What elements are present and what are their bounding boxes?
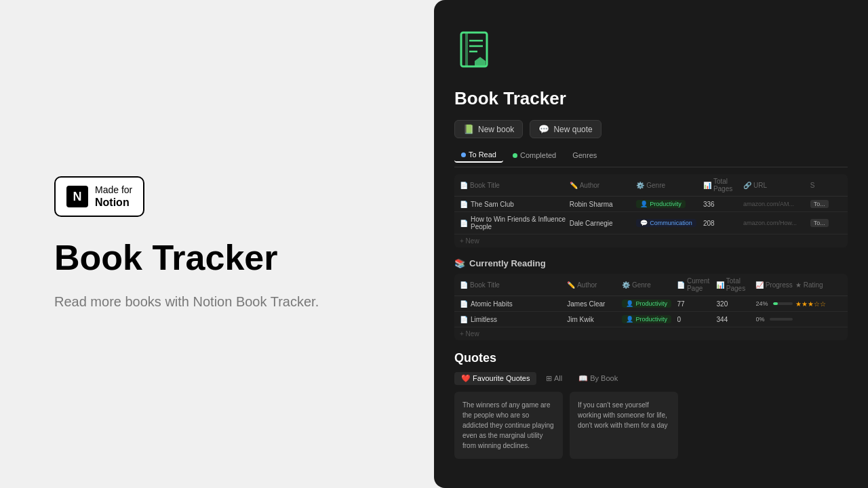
quotes-section: Quotes ❤️ Favourite Quotes ⊞ All 📖 By Bo… xyxy=(454,351,848,459)
td-url-1: amazon.com/AM... xyxy=(743,201,808,207)
table-row: 📄 How to Win Friends & Influence People … xyxy=(454,212,848,235)
table-row: 📄 Limitless Jim Kwik 👤 Productivity 0 34… xyxy=(454,312,848,327)
td-status-1: To... xyxy=(810,200,842,208)
progress-bar-fill xyxy=(773,302,778,305)
svg-rect-1 xyxy=(465,33,468,66)
table-row: 📄 The Sam Club Robin Sharma 👤 Productivi… xyxy=(454,197,848,212)
book-row-icon: 📄 xyxy=(460,201,468,208)
quotes-cards: The winners of any game are the people w… xyxy=(454,392,848,459)
cr-th-rating: ★ Rating xyxy=(795,277,842,292)
cr-td-current-2: 0 xyxy=(677,316,714,323)
left-panel: N Made for Notion Book Tracker Read more… xyxy=(0,0,434,488)
communication-tag: 💬 Communication xyxy=(636,219,696,227)
add-new-currently-reading[interactable]: + New xyxy=(454,327,848,340)
cr-td-total-2: 344 xyxy=(717,316,753,323)
cr-th-progress: 📈 Progress xyxy=(755,277,793,292)
notion-logo-icon: N xyxy=(66,186,88,207)
quotes-title: Quotes xyxy=(454,351,848,365)
currently-reading-header: 📄 Book Title ✏️ Author ⚙️ Genre 📄 Curren… xyxy=(454,274,848,296)
th-genre: ⚙️ Genre xyxy=(636,178,701,192)
tab-genres-label: Genres xyxy=(572,151,597,159)
notion-badge: N Made for Notion xyxy=(54,176,144,217)
book-row-icon-2: 📄 xyxy=(460,220,468,227)
td-genre-2: 💬 Communication xyxy=(636,219,701,227)
td-pages-2: 208 xyxy=(703,220,741,227)
td-url-2: amazon.com/How... xyxy=(743,220,808,226)
th-url: 🔗 URL xyxy=(743,178,808,192)
currently-reading-icon: 📚 xyxy=(454,258,465,268)
td-book-title-1: 📄 The Sam Club xyxy=(460,201,567,208)
action-buttons-row: 📗 New book 💬 New quote xyxy=(454,120,848,138)
new-quote-label: New quote xyxy=(553,125,592,134)
tab-all-quotes[interactable]: ⊞ All xyxy=(539,372,569,385)
tab-by-book[interactable]: 📖 By Book xyxy=(572,372,625,385)
quote-card-text-2: If you can't see yourself working with s… xyxy=(578,400,670,430)
to-read-table: 📄 Book Title ✏️ Author ⚙️ Genre 📊 Total … xyxy=(454,174,848,247)
cr-td-genre-2: 👤 Productivity xyxy=(622,315,674,323)
app-description: Read more books with Notion Book Tracker… xyxy=(54,291,380,312)
tracker-title: Book Tracker xyxy=(454,88,848,109)
notion-label: Notion xyxy=(95,196,132,209)
cr-th-total: 📊 Total Pages xyxy=(716,277,753,292)
cr-book-icon-2: 📄 xyxy=(460,316,468,323)
cr-th-genre: ⚙️ Genre xyxy=(622,277,674,292)
cr-td-rating-1: ★★★☆☆ xyxy=(795,300,842,308)
cr-td-title-2: 📄 Limitless xyxy=(460,316,564,323)
td-genre-1: 👤 Productivity xyxy=(636,200,701,208)
td-pages-1: 336 xyxy=(703,201,741,208)
th-author: ✏️ Author xyxy=(570,178,634,192)
quote-card-1: The winners of any game are the people w… xyxy=(454,392,563,459)
tab-completed[interactable]: Completed xyxy=(506,148,563,163)
table-row: 📄 Atomic Habits James Clear 👤 Productivi… xyxy=(454,296,848,312)
cr-td-progress-2: 0% xyxy=(756,316,793,323)
tab-to-read-label: To Read xyxy=(469,150,496,159)
cr-td-genre-1: 👤 Productivity xyxy=(622,300,674,308)
notion-badge-text: Made for Notion xyxy=(95,184,132,209)
cr-td-progress-1: 24% xyxy=(756,300,793,307)
cr-td-title-1: 📄 Atomic Habits xyxy=(460,300,564,308)
to-read-header: 📄 Book Title ✏️ Author ⚙️ Genre 📊 Total … xyxy=(454,174,848,197)
quote-card-2: If you can't see yourself working with s… xyxy=(570,392,678,459)
progress-bar xyxy=(773,302,793,305)
cr-th-author: ✏️ Author xyxy=(567,277,619,292)
completed-dot-icon xyxy=(513,153,517,158)
productivity-tag: 👤 Productivity xyxy=(636,200,686,208)
tab-to-read[interactable]: To Read xyxy=(454,148,503,163)
new-book-button[interactable]: 📗 New book xyxy=(454,120,523,138)
currently-reading-table: 📄 Book Title ✏️ Author ⚙️ Genre 📄 Curren… xyxy=(454,274,848,340)
td-book-title-2: 📄 How to Win Friends & Influence People xyxy=(460,216,567,230)
quotes-tabs: ❤️ Favourite Quotes ⊞ All 📖 By Book xyxy=(454,372,848,385)
new-quote-icon: 💬 xyxy=(538,124,549,134)
th-book-title: 📄 Book Title xyxy=(460,178,567,192)
made-for-label: Made for xyxy=(95,184,132,196)
td-author-1: Robin Sharma xyxy=(570,201,634,208)
cr-td-total-1: 320 xyxy=(717,300,753,308)
to-read-dot-icon xyxy=(461,152,466,157)
cr-th-current: 📄 Current Page xyxy=(677,277,713,292)
th-total-pages: 📊 Total Pages xyxy=(703,178,741,192)
cr-productivity-tag-2: 👤 Productivity xyxy=(622,315,671,323)
app-title: Book Tracker xyxy=(54,239,380,277)
tab-completed-label: Completed xyxy=(520,151,556,159)
cr-th-title: 📄 Book Title xyxy=(460,277,564,292)
cr-td-author-1: James Clear xyxy=(567,300,619,308)
cr-productivity-tag-1: 👤 Productivity xyxy=(622,300,671,308)
th-status: S xyxy=(810,178,842,192)
new-book-label: New book xyxy=(478,125,514,134)
book-tracker-icon xyxy=(454,27,848,88)
td-author-2: Dale Carnegie xyxy=(570,220,634,227)
tab-favourite-quotes[interactable]: ❤️ Favourite Quotes xyxy=(454,372,536,385)
right-panel: Book Tracker 📗 New book 💬 New quote To R… xyxy=(434,0,868,488)
quote-card-text-1: The winners of any game are the people w… xyxy=(462,400,555,451)
currently-reading-heading: 📚 Currently Reading xyxy=(454,258,848,268)
add-new-to-read[interactable]: + New xyxy=(454,235,848,247)
cr-book-icon-1: 📄 xyxy=(460,300,468,308)
new-quote-button[interactable]: 💬 New quote xyxy=(530,120,601,138)
cr-td-author-2: Jim Kwik xyxy=(567,316,619,323)
new-book-icon: 📗 xyxy=(463,124,474,134)
cr-td-current-1: 77 xyxy=(677,300,714,308)
reading-tabs: To Read Completed Genres xyxy=(454,148,848,167)
td-status-2: To... xyxy=(810,219,842,227)
progress-bar-2 xyxy=(770,318,793,321)
tab-genres[interactable]: Genres xyxy=(566,148,604,163)
